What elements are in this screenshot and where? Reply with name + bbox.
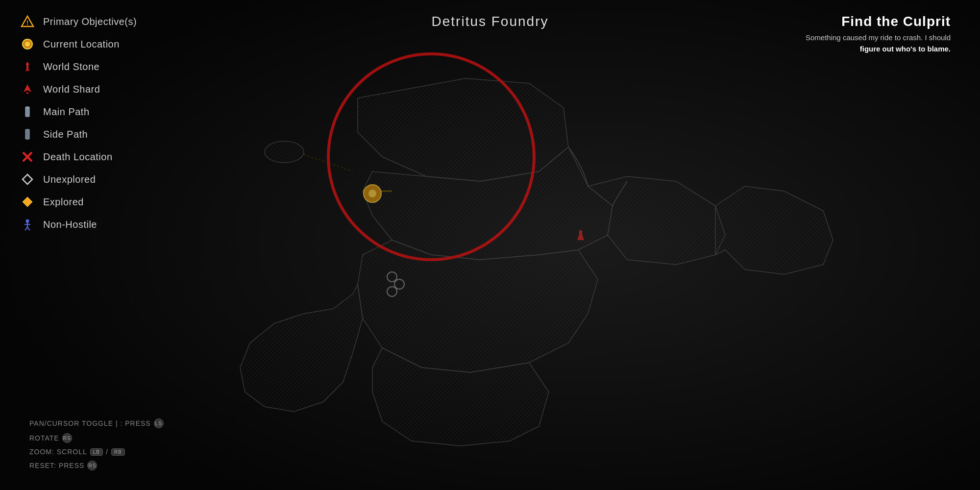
- warning-triangle-icon: !: [20, 14, 35, 29]
- lb-badge: LB: [90, 448, 103, 456]
- world-stone-icon: [20, 59, 35, 74]
- svg-rect-19: [0, 0, 980, 490]
- legend-item-non-hostile: Non-Hostile: [20, 217, 137, 232]
- rs-badge-rotate: RS: [62, 433, 72, 443]
- objective-panel: Find the Culprit Something caused my rid…: [806, 14, 951, 54]
- legend-label-world-shard: World Shard: [43, 84, 100, 95]
- svg-point-36: [26, 220, 29, 223]
- svg-line-40: [27, 227, 30, 230]
- svg-marker-25: [25, 62, 29, 65]
- controls-panel: PAN/CURSOR TOGGLE | : PRESS LS ROTATE RS…: [29, 418, 164, 470]
- world-shard-icon: [20, 81, 35, 97]
- svg-marker-27: [24, 84, 31, 92]
- map-svg: [0, 0, 980, 490]
- pan-cursor-label: PAN/CURSOR TOGGLE | : PRESS: [29, 419, 151, 427]
- legend-label-explored: Explored: [43, 196, 84, 208]
- svg-text:!: !: [26, 20, 28, 26]
- control-rotate: ROTATE RS: [29, 433, 164, 443]
- zoom-label: ZOOM: SCROLL: [29, 448, 87, 456]
- objective-description: Something caused my ride to crash. I sho…: [806, 32, 951, 54]
- diamond-filled-icon: [20, 194, 35, 210]
- legend-label-side-path: Side Path: [43, 129, 88, 140]
- rotate-label: ROTATE: [29, 434, 59, 442]
- legend-label-current-location: Current Location: [43, 39, 120, 50]
- rb-badge: RB: [111, 448, 125, 456]
- rs-badge-reset: RS: [87, 461, 97, 470]
- legend-label-non-hostile: Non-Hostile: [43, 219, 97, 230]
- objective-title: Find the Culprit: [806, 14, 951, 29]
- death-x-icon: [20, 149, 35, 165]
- control-reset: RESET: PRESS RS: [29, 461, 164, 470]
- map-container: [0, 0, 980, 490]
- legend-panel: ! Primary Objective(s) Current Location …: [20, 14, 137, 232]
- legend-item-world-stone: World Stone: [20, 59, 137, 74]
- legend-label-death-location: Death Location: [43, 151, 113, 163]
- legend-label-unexplored: Unexplored: [43, 174, 96, 185]
- legend-item-unexplored: Unexplored: [20, 172, 137, 187]
- svg-marker-35: [23, 197, 32, 207]
- legend-item-primary-objective: ! Primary Objective(s): [20, 14, 137, 29]
- reset-label: RESET: PRESS: [29, 462, 84, 469]
- control-pan-cursor: PAN/CURSOR TOGGLE | : PRESS LS: [29, 418, 164, 428]
- main-path-icon: [20, 104, 35, 120]
- legend-item-world-shard: World Shard: [20, 81, 137, 97]
- legend-item-death-location: Death Location: [20, 149, 137, 165]
- zoom-separator: /: [106, 448, 108, 456]
- legend-item-current-location: Current Location: [20, 36, 137, 52]
- diamond-outline-icon: [20, 172, 35, 187]
- svg-rect-28: [26, 92, 28, 94]
- svg-point-23: [25, 42, 30, 47]
- legend-label-world-stone: World Stone: [43, 61, 99, 73]
- side-path-icon: [20, 126, 35, 142]
- legend-label-main-path: Main Path: [43, 106, 90, 118]
- svg-marker-34: [23, 174, 32, 184]
- legend-item-explored: Explored: [20, 194, 137, 210]
- control-zoom: ZOOM: SCROLL LB / RB: [29, 448, 164, 456]
- legend-item-main-path: Main Path: [20, 104, 137, 120]
- svg-line-39: [25, 227, 27, 230]
- location-circle-icon: [20, 36, 35, 52]
- svg-rect-26: [25, 70, 29, 71]
- ls-badge: LS: [154, 418, 164, 428]
- svg-rect-31: [25, 129, 29, 139]
- legend-label-primary-objective: Primary Objective(s): [43, 16, 137, 27]
- legend-item-side-path: Side Path: [20, 126, 137, 142]
- figure-icon: [20, 217, 35, 232]
- map-title: Detritus Foundry: [432, 14, 549, 29]
